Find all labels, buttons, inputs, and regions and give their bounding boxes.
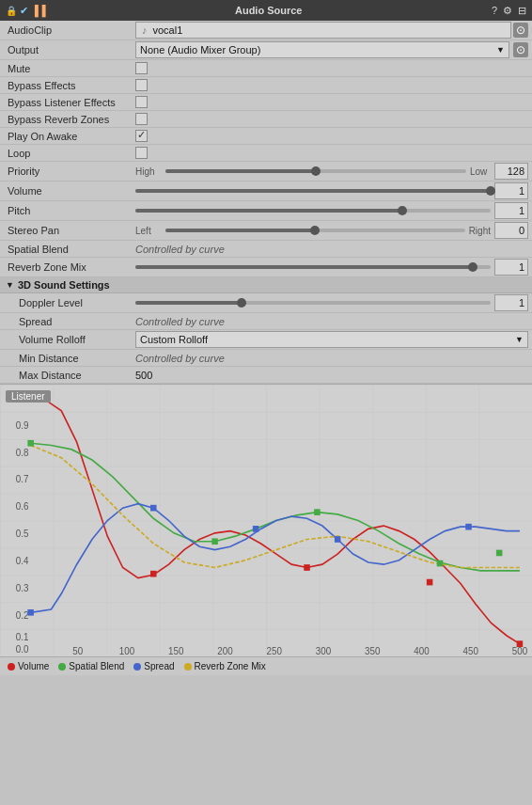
doppler-level-slider[interactable] — [135, 301, 491, 305]
loop-checkbox[interactable] — [135, 147, 148, 159]
priority-slider-thumb[interactable] — [311, 166, 321, 176]
legend-reverb-dot — [184, 663, 192, 671]
svg-text:0.4: 0.4 — [16, 556, 29, 566]
spread-point-1 — [150, 505, 157, 512]
bypass-listener-label: Bypass Listener Effects — [4, 97, 135, 108]
priority-label: Priority — [4, 166, 135, 177]
bypass-listener-row: Bypass Listener Effects — [0, 94, 532, 111]
help-icon[interactable]: ? — [492, 5, 497, 17]
volume-slider-container — [135, 189, 491, 193]
doppler-level-slider-fill — [135, 301, 242, 305]
doppler-level-value-area: 1 — [135, 294, 528, 311]
doppler-level-value-field[interactable]: 1 — [494, 294, 528, 311]
stereo-pan-slider-fill — [165, 229, 315, 232]
reverb-zone-mix-value-area: 1 — [135, 259, 528, 276]
min-distance-value-area: Controlled by curve — [135, 353, 528, 364]
volume-value-field[interactable]: 1 — [494, 182, 528, 199]
volume-row: Volume 1 — [0, 182, 532, 201]
doppler-level-slider-thumb[interactable] — [237, 298, 246, 308]
output-value: None (Audio Mixer Group) — [140, 44, 260, 55]
play-on-awake-checkbox[interactable] — [135, 130, 148, 142]
bypass-listener-checkbox[interactable] — [135, 96, 148, 108]
spread-row: Spread Controlled by curve — [0, 313, 532, 330]
reverb-zone-mix-slider[interactable] — [135, 265, 491, 269]
pitch-slider[interactable] — [135, 209, 491, 213]
title-bar: 🔒 ✔ ▐▐ Audio Source ? ⚙ ⊟ — [0, 0, 532, 21]
svg-text:300: 300 — [316, 646, 332, 656]
settings-icon[interactable]: ⚙ — [503, 5, 512, 17]
3d-sound-settings-header[interactable]: ▼ 3D Sound Settings — [0, 277, 532, 293]
priority-value-field[interactable]: 128 — [494, 163, 528, 180]
stereo-pan-slider[interactable] — [165, 229, 465, 232]
bypass-effects-checkbox[interactable] — [135, 79, 148, 91]
legend-spread: Spread — [133, 661, 174, 671]
spatial-blend-label: Spatial Blend — [4, 244, 135, 255]
legend-spatial-blend-label: Spatial Blend — [69, 661, 124, 671]
audioclip-row: AudioClip ♪ vocal1 ⊙ — [0, 21, 532, 40]
pitch-slider-container — [135, 209, 491, 213]
reverb-zone-mix-value-field[interactable]: 1 — [494, 259, 528, 276]
vol-point-2 — [304, 564, 310, 571]
title-bar-actions[interactable]: ? ⚙ ⊟ — [492, 5, 526, 17]
svg-text:500: 500 — [512, 646, 528, 656]
rolloff-chart[interactable]: 1.0 0.9 0.8 0.7 0.6 0.5 0.4 0.3 0.2 0.1 … — [0, 385, 532, 656]
bypass-reverb-checkbox[interactable] — [135, 113, 148, 125]
volume-rolloff-dropdown[interactable]: Custom Rolloff ▼ — [135, 331, 528, 348]
pitch-value-field[interactable]: 1 — [494, 202, 528, 219]
svg-text:0.0: 0.0 — [16, 643, 29, 654]
svg-text:0.7: 0.7 — [16, 474, 29, 484]
priority-slider[interactable] — [165, 169, 466, 173]
listener-badge: Listener — [6, 390, 51, 402]
volume-slider[interactable] — [135, 189, 491, 193]
3d-sound-settings-label: 3D Sound Settings — [18, 279, 110, 291]
chart-area: Listener 1.0 0.9 0.8 0.7 0.6 0.5 0.4 0.3… — [0, 384, 532, 656]
blend-point-4 — [496, 550, 503, 557]
mute-value-area — [135, 62, 528, 74]
svg-text:0.6: 0.6 — [16, 501, 29, 512]
pitch-slider-thumb[interactable] — [398, 206, 407, 215]
svg-text:450: 450 — [463, 646, 479, 656]
audioclip-field[interactable]: ♪ vocal1 — [135, 22, 511, 39]
output-picker-btn[interactable]: ⊙ — [513, 42, 528, 57]
svg-text:50: 50 — [72, 646, 83, 656]
spread-point-0 — [27, 609, 34, 616]
legend-spatial-blend: Spatial Blend — [58, 661, 124, 671]
min-distance-label: Min Distance — [4, 353, 135, 364]
loop-label: Loop — [4, 148, 135, 159]
spatial-blend-value-area: Controlled by curve — [135, 244, 528, 255]
doppler-level-slider-container — [135, 301, 491, 305]
spatial-blend-controlled: Controlled by curve — [135, 244, 225, 255]
bypass-listener-value-area — [135, 96, 528, 108]
max-distance-value-area: 500 — [135, 370, 528, 381]
bypass-effects-label: Bypass Effects — [4, 80, 135, 91]
layout-icon[interactable]: ⊟ — [518, 5, 526, 17]
legend-spread-dot — [133, 663, 141, 671]
stereo-pan-value-field[interactable]: 0 — [494, 222, 528, 239]
mute-label: Mute — [4, 63, 135, 74]
output-value-area: None (Audio Mixer Group) ▼ ⊙ — [135, 41, 528, 58]
legend-reverb: Reverb Zone Mix — [184, 661, 266, 671]
bars-icon: ▐▐ — [31, 5, 46, 16]
svg-text:200: 200 — [217, 646, 233, 656]
doppler-level-row: Doppler Level 1 — [0, 293, 532, 313]
spread-label: Spread — [4, 316, 135, 327]
volume-rolloff-value: Custom Rolloff — [140, 334, 208, 345]
audioclip-picker-btn[interactable]: ⊙ — [513, 23, 528, 38]
svg-text:0.5: 0.5 — [16, 529, 29, 539]
output-dropdown[interactable]: None (Audio Mixer Group) ▼ — [135, 41, 509, 58]
reverb-zone-mix-label: Reverb Zone Mix — [4, 261, 135, 273]
stereo-pan-max-label: Right — [469, 226, 491, 236]
stereo-pan-slider-thumb[interactable] — [310, 226, 320, 235]
output-row: Output None (Audio Mixer Group) ▼ ⊙ — [0, 40, 532, 60]
title-bar-icons: 🔒 ✔ ▐▐ — [6, 5, 46, 17]
max-distance-label: Max Distance — [4, 370, 135, 381]
stereo-pan-slider-container: Left Right — [135, 226, 491, 236]
mute-checkbox[interactable] — [135, 62, 148, 74]
music-icon: ♪ — [142, 24, 148, 36]
reverb-zone-mix-slider-thumb[interactable] — [468, 262, 477, 272]
max-distance-row: Max Distance 500 — [0, 367, 532, 384]
max-distance-value: 500 — [135, 370, 152, 381]
svg-rect-1 — [0, 385, 532, 656]
legend-volume-dot — [8, 663, 15, 671]
volume-slider-thumb[interactable] — [486, 186, 495, 196]
